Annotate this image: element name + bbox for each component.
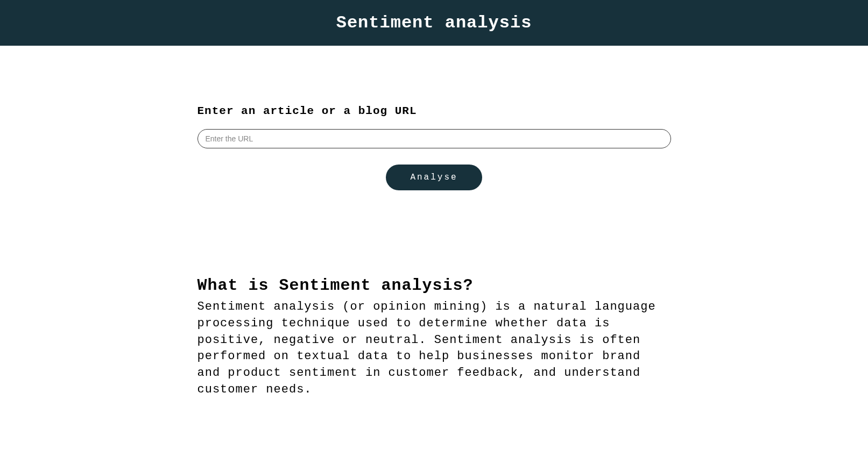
info-body: Sentiment analysis (or opinion mining) i… <box>197 299 671 398</box>
url-input-label: Enter an article or a blog URL <box>197 105 671 117</box>
main-container: Enter an article or a blog URL Analyse W… <box>187 105 682 398</box>
url-input[interactable] <box>197 129 671 148</box>
page-header: Sentiment analysis <box>0 0 868 46</box>
info-heading: What is Sentiment analysis? <box>197 276 671 295</box>
analyse-button[interactable]: Analyse <box>386 165 482 190</box>
button-wrapper: Analyse <box>197 165 671 190</box>
url-form-section: Enter an article or a blog URL Analyse <box>197 105 671 190</box>
page-title: Sentiment analysis <box>0 13 868 33</box>
info-section: What is Sentiment analysis? Sentiment an… <box>197 276 671 398</box>
